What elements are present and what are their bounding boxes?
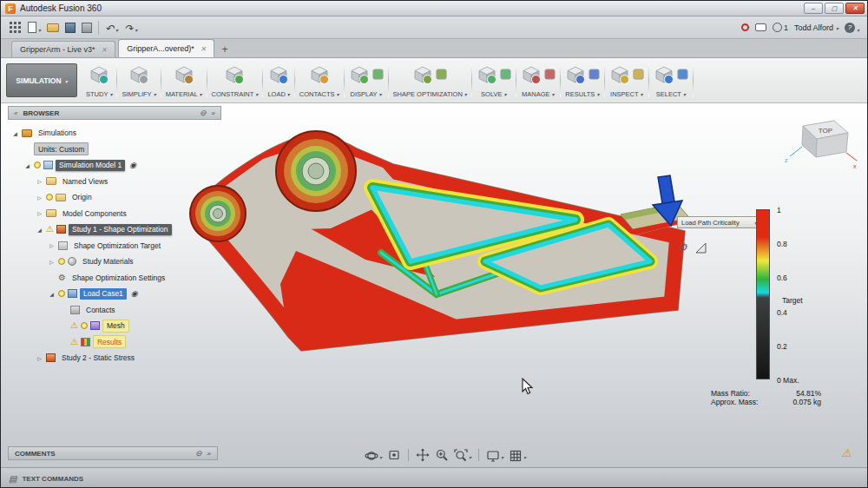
ribbon-group-select[interactable]: SELECT (650, 60, 692, 101)
user-menu[interactable]: Todd Alford (794, 23, 838, 32)
tool-icon (521, 64, 542, 85)
load-path-criticality-dropdown[interactable]: Load Path Criticality (677, 216, 761, 228)
minimize-button[interactable] (804, 3, 823, 14)
panel-overflow-icon[interactable] (207, 450, 211, 458)
comments-panel[interactable]: COMMENTS (8, 446, 218, 460)
orbit-button[interactable] (364, 447, 383, 463)
tab-label: GripperA...overed)* (127, 44, 194, 53)
viewcube-top-label[interactable]: TOP (819, 127, 832, 135)
ribbon-divider (262, 63, 263, 97)
tree-item-named-views[interactable]: ▷Named Views (8, 174, 221, 190)
ribbon-divider (116, 63, 117, 97)
fit-button[interactable] (453, 447, 472, 463)
zoom-button[interactable] (434, 448, 450, 462)
app-grid-icon[interactable] (9, 21, 22, 34)
tree-item-contacts[interactable]: Contacts (8, 302, 221, 319)
collapse-panel-icon[interactable] (14, 109, 17, 117)
visibility-eye-icon[interactable] (129, 289, 138, 298)
tab-gripperarm-live[interactable]: GripperArm - Live v3* (11, 41, 115, 57)
ribbon-group-material[interactable]: MATERIAL (162, 60, 206, 101)
ribbon-group-simplify[interactable]: SIMPLIFY (118, 60, 159, 101)
collapsed-arrow-icon[interactable]: ▷ (36, 195, 43, 201)
visibility-eye-icon[interactable] (128, 161, 136, 169)
navigation-toolbar (364, 447, 527, 463)
ribbon-group-contacts[interactable]: CONTACTS (296, 60, 343, 101)
tab-close-icon[interactable] (201, 44, 207, 53)
file-menu-button[interactable] (28, 20, 41, 36)
maximize-button[interactable] (825, 3, 844, 14)
save-icon[interactable] (65, 23, 76, 33)
expanded-arrow-icon[interactable]: ◢ (48, 291, 56, 297)
tree-item-units-custom[interactable]: Units: Custom (8, 142, 221, 158)
viewport[interactable]: TOP z x BROWSER ◢SimulationsUnits: Custo… (1, 103, 867, 467)
tree-item-simulations[interactable]: ◢Simulations (8, 125, 221, 142)
tree-item-mesh[interactable]: ⚠Mesh (8, 318, 221, 334)
collapsed-arrow-icon[interactable]: ▷ (36, 210, 43, 216)
notifications-icon[interactable]: 1 (773, 23, 788, 32)
expanded-arrow-icon[interactable]: ◢ (11, 130, 19, 136)
panel-overflow-icon[interactable] (212, 109, 215, 117)
new-tab-button[interactable]: + (217, 43, 232, 57)
record-icon[interactable] (741, 23, 749, 31)
expanded-arrow-icon[interactable]: ◢ (36, 227, 43, 233)
text-commands-icon (9, 474, 16, 484)
ribbon-group-manage[interactable]: MANAGE (517, 60, 559, 101)
ribbon-group-results[interactable]: RESULTS (562, 60, 603, 101)
tree-item-origin[interactable]: ▷Origin (8, 189, 221, 206)
tree-item-shape-optimization-target[interactable]: ▷Shape Optimization Target (8, 238, 221, 254)
in-canvas-settings-gear-icon[interactable] (678, 239, 687, 254)
help-button[interactable] (845, 20, 859, 36)
ribbon-group-study[interactable]: STUDY (82, 60, 115, 101)
collapsed-arrow-icon[interactable]: ▷ (36, 355, 43, 361)
approx-mass-value: 0.075 kg (792, 398, 821, 406)
undo-button[interactable] (105, 20, 118, 36)
tool-icon (654, 64, 674, 85)
folder-icon (46, 209, 56, 217)
expanded-arrow-icon[interactable]: ◢ (23, 162, 31, 168)
tree-item-simulation-model-1[interactable]: ◢Simulation Model 1 (8, 157, 221, 174)
look-at-button[interactable] (386, 448, 402, 462)
ribbon-group-display[interactable]: DISPLAY (345, 60, 387, 101)
tree-item-study-1-shape-optimization[interactable]: ◢⚠Study 1 - Shape Optimization (8, 221, 221, 238)
collapsed-arrow-icon[interactable]: ▷ (36, 178, 43, 184)
minimize-panel-icon[interactable] (200, 109, 207, 117)
redo-button[interactable] (124, 20, 137, 36)
mouse-cursor (522, 378, 534, 395)
tab-close-icon[interactable] (102, 45, 108, 54)
tree-item-study-2-static-stress[interactable]: ▷Study 2 - Static Stress (8, 350, 221, 366)
tree-item-shape-optimization-settings[interactable]: ⚙Shape Optimization Settings (8, 270, 221, 287)
ribbon-group-inspect[interactable]: INSPECT (606, 60, 648, 101)
grid-display-icon (509, 449, 523, 463)
secondary-tool-icon (589, 69, 600, 80)
top-boss[interactable] (276, 131, 356, 211)
collapsed-arrow-icon[interactable]: ▷ (48, 259, 56, 265)
comment-icon[interactable] (755, 23, 766, 31)
minimize-panel-icon[interactable] (195, 449, 202, 458)
display-settings-button[interactable] (485, 447, 504, 463)
workspace-switcher[interactable]: SIMULATION (6, 63, 77, 97)
open-icon[interactable] (47, 23, 59, 32)
export-icon[interactable] (82, 23, 92, 33)
tree-item-study-materials[interactable]: ▷Study Materials (8, 254, 221, 270)
pan-button[interactable] (415, 448, 431, 462)
ribbon-group-shape-optimization[interactable]: SHAPE OPTIMIZATION (390, 60, 470, 101)
tree-item-results[interactable]: ⚠Results (8, 334, 221, 351)
close-button[interactable] (845, 3, 865, 14)
ribbon-group-constraint[interactable]: CONSTRAINT (208, 60, 262, 101)
tree-item-model-components[interactable]: ▷Model Components (8, 206, 221, 222)
title-bar[interactable]: F Autodesk Fusion 360 (1, 1, 867, 16)
viewcube[interactable]: TOP z x (779, 114, 858, 169)
status-warning-icon[interactable] (841, 445, 852, 460)
grid-display-button[interactable] (508, 447, 527, 463)
tool-icon (174, 64, 194, 85)
tab-gripperarm-recovered[interactable]: GripperA...overed)* (118, 39, 214, 57)
status-bar[interactable]: TEXT COMMANDS (1, 467, 867, 488)
ribbon-group-solve[interactable]: SOLVE (473, 60, 515, 101)
browser-header[interactable]: BROWSER (8, 106, 221, 120)
browser-panel: BROWSER ◢SimulationsUnits: Custom◢Simula… (8, 106, 221, 366)
ribbon-group-load[interactable]: LOAD (264, 60, 293, 101)
tree-item-load-case1[interactable]: ◢Load Case1 (8, 286, 221, 302)
collapsed-arrow-icon[interactable]: ▷ (48, 242, 56, 248)
tree-item-label: Named Views (59, 175, 111, 187)
selection-triangle-icon[interactable] (695, 242, 707, 254)
